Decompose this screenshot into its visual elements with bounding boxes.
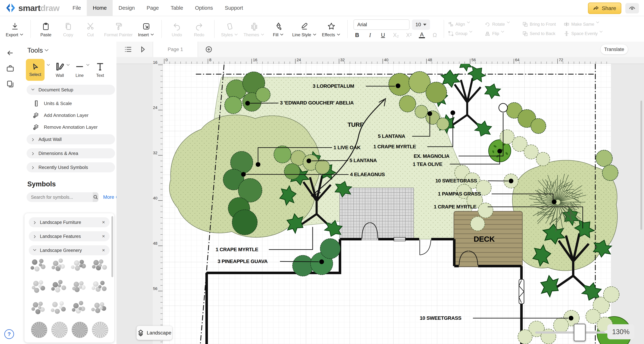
close-icon[interactable]: × bbox=[102, 233, 105, 239]
page-tab[interactable]: Page 1 bbox=[153, 42, 198, 57]
copy-button[interactable]: Copy bbox=[57, 20, 79, 37]
sweetgrass-symbol[interactable] bbox=[541, 329, 556, 344]
send-to-back-button[interactable]: Send to Back bbox=[522, 31, 556, 36]
rotate-button[interactable]: Rotate bbox=[484, 21, 514, 27]
more-symbols-link[interactable]: More + bbox=[103, 194, 117, 200]
section-adjust-wall[interactable]: Adjust Wall bbox=[26, 134, 115, 144]
make-same-button[interactable]: Make Same bbox=[564, 21, 607, 27]
plan-label[interactable]: TURF bbox=[348, 121, 364, 128]
symbol-search-input[interactable] bbox=[26, 192, 93, 202]
symbol-thumbnail[interactable] bbox=[51, 279, 68, 296]
symbols-tab-button[interactable] bbox=[6, 80, 14, 88]
close-icon[interactable]: × bbox=[102, 247, 105, 253]
undo-button[interactable]: Undo bbox=[166, 20, 188, 37]
cut-button[interactable]: Cut bbox=[79, 20, 102, 37]
sweetgrass-symbol[interactable] bbox=[524, 145, 538, 159]
smartdraw-logo[interactable]: smartdraw bbox=[6, 3, 60, 13]
shrub-symbol[interactable] bbox=[531, 118, 546, 134]
section-document-setup[interactable]: Document Setup bbox=[26, 85, 115, 95]
shrub-symbol[interactable] bbox=[602, 165, 618, 181]
shrub-symbol[interactable] bbox=[315, 160, 330, 174]
shrub-symbol[interactable] bbox=[437, 118, 449, 130]
sweetgrass-symbol[interactable] bbox=[478, 203, 493, 218]
tools-panel-title[interactable]: Tools bbox=[27, 47, 116, 54]
symbol-thumbnail[interactable] bbox=[51, 258, 68, 275]
shrub-symbol[interactable] bbox=[284, 164, 300, 179]
subscript-button[interactable]: X₂ bbox=[393, 32, 399, 38]
italic-button[interactable]: I bbox=[367, 32, 373, 38]
shrub-symbol[interactable] bbox=[320, 239, 340, 259]
close-icon[interactable]: × bbox=[102, 219, 105, 225]
effects-button[interactable]: Effects bbox=[320, 20, 344, 37]
shrub-symbol[interactable] bbox=[224, 96, 242, 114]
collapse-panel-button[interactable] bbox=[6, 49, 14, 57]
wall-tool-chevron[interactable] bbox=[66, 64, 70, 66]
translate-button[interactable]: Translate bbox=[600, 44, 628, 54]
styles-button[interactable]: Styles bbox=[218, 20, 241, 37]
panel-item-add-annotation-layer[interactable]: Add Annotation Layer bbox=[33, 112, 116, 118]
accordion-landscape-greenery[interactable]: Landscape Greenery× bbox=[29, 245, 110, 255]
wall-tool-button[interactable]: Wall bbox=[55, 62, 64, 78]
symbol-thumbnail[interactable] bbox=[71, 279, 88, 296]
menu-item-page[interactable]: Page bbox=[141, 0, 165, 16]
drawing-surface[interactable]: 3 LOROPETALUM3 'EDWARD GOUCHER' ABELIATU… bbox=[116, 57, 644, 344]
shrub-symbol[interactable] bbox=[292, 255, 314, 276]
font-name-input[interactable] bbox=[354, 19, 410, 30]
symbol-thumbnail[interactable] bbox=[71, 300, 88, 317]
sweetgrass-symbol[interactable] bbox=[500, 130, 514, 144]
accordion-landscape-furniture[interactable]: Landscape Furniture× bbox=[29, 217, 110, 227]
menu-item-support[interactable]: Support bbox=[219, 0, 249, 16]
symbol-thumbnail[interactable] bbox=[91, 300, 108, 317]
insert-symbol-button[interactable]: Ω bbox=[432, 32, 438, 38]
symbol-thumbnail[interactable] bbox=[91, 279, 108, 296]
share-button[interactable]: Share bbox=[588, 2, 621, 14]
symbol-thumbnail[interactable] bbox=[51, 300, 68, 317]
menu-item-file[interactable]: File bbox=[67, 0, 87, 16]
shrub-symbol[interactable] bbox=[399, 95, 416, 112]
plan-label[interactable]: DECK bbox=[474, 235, 495, 243]
line-tool-chevron[interactable] bbox=[86, 64, 90, 66]
sweetgrass-symbol[interactable] bbox=[536, 152, 550, 166]
sweetgrass-symbol[interactable] bbox=[604, 287, 619, 302]
line-style-button[interactable]: Line Style bbox=[290, 20, 319, 37]
section-recently-used-symbols[interactable]: Recently Used Symbols bbox=[26, 162, 115, 172]
shrub-symbol[interactable] bbox=[274, 146, 291, 163]
help-button[interactable]: ? bbox=[4, 329, 14, 339]
symbol-thumbnail[interactable] bbox=[30, 321, 48, 338]
line-tool-button[interactable]: Line bbox=[75, 62, 84, 78]
bold-button[interactable]: B bbox=[354, 32, 360, 38]
text-tool-button[interactable]: Text bbox=[96, 62, 104, 78]
canvas-vertical-scrollbar[interactable] bbox=[640, 100, 642, 230]
zoom-slider-handle[interactable] bbox=[574, 324, 586, 342]
symbol-thumbnail[interactable] bbox=[30, 279, 48, 296]
flip-button[interactable]: Flip bbox=[484, 31, 514, 36]
sweetgrass-symbol[interactable] bbox=[518, 330, 532, 344]
symbols-scrollbar[interactable] bbox=[112, 216, 113, 277]
space-evenly-button[interactable]: Space Evenly bbox=[564, 31, 607, 36]
tools-tab-button[interactable] bbox=[6, 64, 14, 72]
shrub-symbol[interactable] bbox=[596, 150, 612, 167]
symbol-thumbnail[interactable] bbox=[71, 258, 88, 275]
underline-button[interactable]: U bbox=[380, 32, 386, 38]
select-tool-button[interactable]: Select bbox=[26, 59, 44, 81]
symbol-thumbnail[interactable] bbox=[30, 258, 48, 275]
font-color-button[interactable]: A bbox=[419, 32, 425, 38]
format-painter-button[interactable]: Format Painter bbox=[102, 20, 135, 37]
menu-item-table[interactable]: Table bbox=[165, 0, 189, 16]
group-button[interactable]: Group bbox=[448, 31, 477, 36]
themes-button[interactable]: Themes bbox=[241, 20, 268, 37]
symbol-search-button[interactable] bbox=[93, 192, 98, 202]
panel-item-remove-annotation-layer[interactable]: Remove Annotation Layer bbox=[33, 124, 116, 130]
fill-button[interactable]: Fill bbox=[268, 20, 290, 37]
symbol-thumbnail[interactable] bbox=[91, 321, 108, 338]
insert-button[interactable]: Insert bbox=[135, 20, 158, 37]
panel-item-units-scale[interactable]: Units & Scale bbox=[33, 100, 116, 107]
sweetgrass-symbol[interactable] bbox=[470, 217, 485, 231]
section-dimensions-area[interactable]: Dimensions & Area bbox=[26, 148, 115, 158]
layer-switcher-button[interactable]: Landscape bbox=[136, 326, 172, 340]
select-tool-chevron[interactable] bbox=[47, 64, 51, 66]
symbol-thumbnail[interactable] bbox=[91, 258, 108, 275]
paste-button[interactable]: Paste bbox=[35, 20, 57, 37]
symbol-thumbnail[interactable] bbox=[71, 321, 88, 338]
superscript-button[interactable]: X² bbox=[406, 32, 412, 38]
